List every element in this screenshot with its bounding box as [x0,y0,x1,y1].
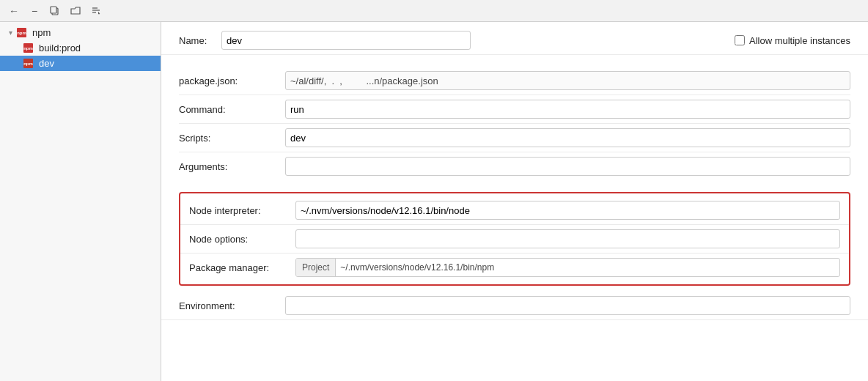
sidebar-item-npm[interactable]: ▾ npm npm [0,25,161,40]
package-manager-label: Package manager: [189,262,295,273]
sidebar-item-dev[interactable]: npm dev [0,56,161,71]
allow-multiple-checkbox[interactable] [735,35,745,45]
environment-label: Environment: [179,300,285,311]
scripts-input[interactable] [285,128,850,147]
folder-button[interactable] [67,3,84,19]
package-manager-input-group[interactable]: Project ~/.nvm/versions/node/v12.16.1/bi… [295,258,840,277]
back-button[interactable]: ← [6,3,22,19]
arguments-input[interactable] [285,157,850,176]
scripts-label: Scripts: [179,133,285,144]
node-interpreter-row: Node interpreter: [180,196,849,225]
command-row: Command: [179,95,850,124]
npm-dev-icon: npm [23,59,33,68]
allow-multiple-group: Allow multiple instances [735,35,850,46]
package-json-input[interactable] [285,71,850,90]
environment-row: Environment: [161,292,868,320]
toolbar: ← − [0,0,868,22]
minus-button[interactable]: − [26,3,43,19]
arguments-label: Arguments: [179,161,285,172]
form-area: package.json: Command: Scripts: Argument… [161,55,868,192]
node-options-input[interactable] [295,229,840,248]
svg-rect-1 [51,7,56,13]
package-manager-row: Package manager: Project ~/.nvm/versions… [180,254,849,281]
package-json-row: package.json: [179,67,850,95]
copy-button[interactable] [47,3,63,19]
command-label: Command: [179,104,285,115]
allow-multiple-label: Allow multiple instances [749,35,850,46]
node-interpreter-label: Node interpreter: [189,205,295,216]
sidebar-item-build-prod-label: build:prod [39,42,81,53]
node-section: Node interpreter: Node options: Package … [179,192,850,286]
name-group: Name: [179,31,720,50]
environment-input[interactable] [285,296,850,315]
sidebar-item-dev-label: dev [39,58,54,69]
arguments-row: Arguments: [179,152,850,180]
sidebar-item-npm-label: npm [32,27,51,38]
package-manager-badge: Project [296,259,336,276]
npm-icon: npm [17,28,26,37]
sidebar: ▾ npm npm npm build:prod npm dev [0,22,161,381]
name-input[interactable] [221,31,471,50]
npm-build-icon: npm [23,43,33,53]
sidebar-item-build-prod[interactable]: npm build:prod [0,40,161,56]
npm-arrow-icon: ▾ [9,29,12,37]
main-layout: ▾ npm npm npm build:prod npm dev Name: A… [0,22,868,381]
name-row: Name: Allow multiple instances [161,22,868,55]
scripts-row: Scripts: [179,124,850,152]
node-interpreter-input[interactable] [295,201,840,220]
package-json-label: package.json: [179,75,285,86]
name-label: Name: [179,35,216,46]
node-options-row: Node options: [180,225,849,254]
node-options-label: Node options: [189,234,295,245]
sort-button[interactable] [88,3,104,19]
command-input[interactable] [285,100,850,119]
package-manager-path: ~/.nvm/versions/node/v12.16.1/bin/npm [336,262,499,273]
content-area: Name: Allow multiple instances package.j… [161,22,868,381]
